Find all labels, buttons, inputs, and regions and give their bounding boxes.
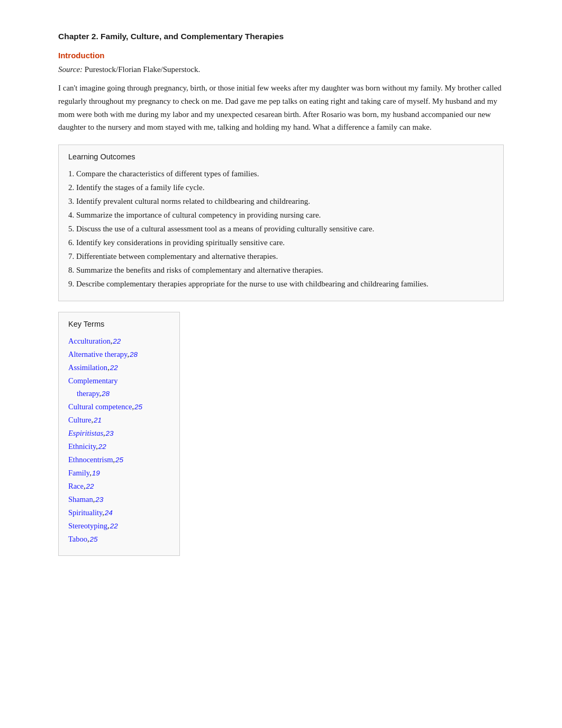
key-term-item[interactable]: Spirituality, 24 <box>68 506 170 519</box>
key-term-item[interactable]: Family, 19 <box>68 466 170 480</box>
learning-outcomes-list: 1. Compare the characteristics of differ… <box>68 167 494 290</box>
learning-outcomes-title: Learning Outcomes <box>68 152 494 161</box>
key-term-link[interactable]: Culture <box>68 416 92 424</box>
learning-outcome-item: 3. Identify prevalent cultural norms rel… <box>68 195 494 208</box>
key-term-item[interactable]: Stereotyping, 22 <box>68 519 170 533</box>
key-term-page: 25 <box>134 403 142 411</box>
key-term-page: 22 <box>110 364 118 372</box>
key-term-link[interactable]: Alternative therapy <box>68 350 127 358</box>
key-term-link[interactable]: Ethnicity <box>68 442 96 451</box>
key-term-page: 23 <box>95 496 103 504</box>
key-term-link[interactable]: Espiritistas <box>68 429 103 437</box>
key-term-item[interactable]: Cultural competence, 25 <box>68 400 170 414</box>
key-term-link[interactable]: Ethnocentrism <box>68 455 113 464</box>
key-term-item[interactable]: Taboo, 25 <box>68 533 170 546</box>
key-term-item[interactable]: Ethnicity, 22 <box>68 440 170 453</box>
learning-outcome-item: 4. Summarize the importance of cultural … <box>68 209 494 221</box>
key-term-link[interactable]: Cultural competence <box>68 402 132 411</box>
key-terms-list: Acculturation, 22Alternative therapy, 28… <box>68 335 170 546</box>
key-term-link[interactable]: Stereotyping <box>68 522 107 530</box>
learning-outcome-item: 7. Differentiate between complementary a… <box>68 250 494 263</box>
intro-paragraph: I can't imagine going through pregnancy,… <box>58 82 504 134</box>
key-term-link[interactable]: Race <box>68 482 84 490</box>
key-term-page: 25 <box>115 456 123 464</box>
key-term-page: 22 <box>98 443 106 451</box>
key-term-item[interactable]: Complementarytherapy, 28 <box>68 374 170 401</box>
chapter-section: Chapter 2. Family, Culture, and Compleme… <box>58 32 504 556</box>
key-terms-box: Key Terms Acculturation, 22Alternative t… <box>58 312 180 556</box>
key-term-link[interactable]: Taboo <box>68 535 87 543</box>
key-term-page: 28 <box>102 390 110 398</box>
key-term-link[interactable]: Assimilation <box>68 363 107 372</box>
section-heading: Introduction <box>58 51 504 60</box>
key-term-link[interactable]: Spirituality <box>68 508 102 517</box>
key-term-indent: therapy, 28 <box>68 387 170 400</box>
key-term-item[interactable]: Race, 22 <box>68 480 170 493</box>
key-term-page: 21 <box>94 416 102 424</box>
key-term-page: 28 <box>130 350 138 358</box>
learning-outcome-item: 8. Summarize the benefits and risks of c… <box>68 264 494 276</box>
learning-outcome-item: 2. Identify the stages of a family life … <box>68 181 494 194</box>
key-term-link[interactable]: therapy <box>77 389 99 398</box>
source-label: Source: <box>58 65 83 74</box>
learning-outcome-item: 5. Discuss the use of a cultural assessm… <box>68 222 494 235</box>
key-term-link[interactable]: Family <box>68 469 89 477</box>
key-term-link[interactable]: Complementary <box>68 376 117 385</box>
key-term-page: 25 <box>90 535 98 543</box>
learning-outcome-item: 6. Identify key considerations in provid… <box>68 236 494 249</box>
source-line: Source: Purestock/Florian Flake/Supersto… <box>58 65 504 74</box>
key-term-link[interactable]: Acculturation <box>68 337 111 345</box>
key-term-item[interactable]: Alternative therapy, 28 <box>68 348 170 361</box>
key-term-page: 22 <box>113 337 121 345</box>
key-term-page: 22 <box>86 482 94 490</box>
key-term-item[interactable]: Acculturation, 22 <box>68 335 170 348</box>
key-term-item[interactable]: Espiritistas, 23 <box>68 427 170 440</box>
learning-outcomes-box: Learning Outcomes 1. Compare the charact… <box>58 145 504 301</box>
key-term-item[interactable]: Ethnocentrism, 25 <box>68 453 170 466</box>
key-term-page: 23 <box>106 429 114 437</box>
key-term-page: 24 <box>105 509 113 517</box>
key-terms-title: Key Terms <box>68 320 170 328</box>
key-term-item[interactable]: Assimilation, 22 <box>68 361 170 374</box>
learning-outcome-item: 1. Compare the characteristics of differ… <box>68 167 494 180</box>
key-term-item[interactable]: Shaman, 23 <box>68 493 170 506</box>
key-term-page: 22 <box>110 522 118 530</box>
key-term-link[interactable]: Shaman <box>68 495 93 504</box>
key-term-page: 19 <box>92 469 100 477</box>
chapter-title: Chapter 2. Family, Culture, and Compleme… <box>58 32 504 41</box>
key-term-item[interactable]: Culture, 21 <box>68 414 170 427</box>
source-text: Purestock/Florian Flake/Superstock. <box>83 65 200 74</box>
learning-outcome-item: 9. Describe complementary therapies appr… <box>68 277 494 290</box>
